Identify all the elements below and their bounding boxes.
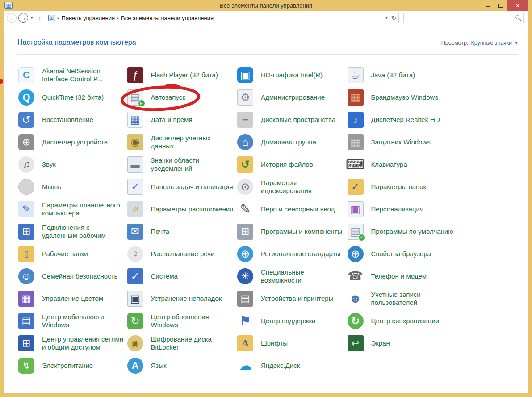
- item-intel-hd-graphics[interactable]: ▣HD-графика Intel(R): [236, 64, 346, 86]
- item-akamai-netsession[interactable]: CAkamai NetSession Interface Control P..…: [17, 64, 126, 86]
- item-system[interactable]: ✓Система: [126, 265, 236, 287]
- item-folder-options[interactable]: ✓Параметры папок: [347, 176, 519, 198]
- view-selector[interactable]: Просмотр: Крупные значки ▼: [441, 40, 518, 46]
- homegroup-label: Домашняя группа: [261, 138, 316, 146]
- flash-player-icon: f: [126, 66, 144, 84]
- java-label: Java (32 бита): [371, 71, 415, 79]
- item-realtek-hd-manager[interactable]: ♪Диспетчер Realtek HD: [347, 109, 519, 131]
- maximize-button[interactable]: [494, 0, 507, 11]
- item-sound[interactable]: ♫Звук: [17, 153, 126, 176]
- breadcrumb-item-control-panel[interactable]: Панель управления: [62, 15, 115, 21]
- item-devices-printers[interactable]: ▤Устройства и принтеры: [236, 287, 346, 310]
- item-flash-player[interactable]: fFlash Player (32 бита): [126, 64, 236, 86]
- item-default-programs[interactable]: ▤✓Программы по умолчанию: [347, 220, 519, 243]
- navigation-bar: ← → ▾ ↑ ⊞ ▸ Панель управления ▸ Все элем…: [4, 11, 528, 25]
- search-icon: [515, 15, 519, 19]
- item-mouse[interactable]: Мышь: [17, 176, 126, 198]
- refresh-icon[interactable]: ↻: [391, 14, 397, 21]
- recent-pages-dropdown[interactable]: ▾: [30, 16, 34, 20]
- item-display[interactable]: ↩Экран: [347, 332, 519, 355]
- search-input[interactable]: [404, 13, 523, 23]
- item-user-accounts[interactable]: ☻Учетные записи пользователей: [347, 287, 519, 310]
- breadcrumb[interactable]: ⊞ ▸ Панель управления ▸ Все элементы пан…: [46, 13, 399, 23]
- item-location-settings[interactable]: ⇗Параметры расположения: [126, 198, 236, 220]
- flash-player-label: Flash Player (32 бита): [151, 71, 218, 79]
- item-mobility-center[interactable]: ▤Центр мобильности Windows: [17, 310, 126, 332]
- action-center-label: Центр поддержки: [261, 317, 315, 325]
- item-quicktime[interactable]: QQuickTime (32 бита): [17, 86, 126, 109]
- item-windows-defender[interactable]: ▦Защитник Windows: [347, 131, 519, 153]
- item-phone-modem[interactable]: ☎Телефон и модем: [347, 265, 519, 287]
- item-programs-features[interactable]: ⊞Программы и компоненты: [236, 220, 346, 243]
- item-indexing-options[interactable]: ⊙Параметры индексирования: [236, 176, 346, 198]
- item-regional-standards[interactable]: ⊕Региональные стандарты: [236, 243, 346, 265]
- item-sync-center[interactable]: ↻Центр синхронизации: [347, 310, 519, 332]
- item-network-sharing-center[interactable]: ⊞Центр управления сетями и общим доступо…: [17, 332, 126, 355]
- item-windows-update[interactable]: ↻Центр обновления Windows: [126, 310, 236, 332]
- folder-options-icon: ✓: [347, 178, 364, 196]
- up-button[interactable]: ↑: [36, 14, 44, 21]
- item-credential-manager[interactable]: ◉Диспетчер учетных данных: [126, 131, 236, 153]
- phone-modem-icon: ☎: [347, 267, 364, 285]
- item-storage-spaces[interactable]: ≡Дисковые пространства: [236, 109, 346, 131]
- personalization-label: Персонализация: [371, 205, 424, 213]
- item-mail[interactable]: ✉Почта: [126, 220, 236, 243]
- view-value[interactable]: Крупные значки: [471, 40, 512, 46]
- item-java[interactable]: ☕Java (32 бита): [347, 64, 519, 86]
- autoplay-label: Автозапуск: [151, 93, 185, 101]
- item-homegroup[interactable]: ⌂Домашняя группа: [236, 131, 346, 153]
- item-troubleshooting[interactable]: ▣Устранение неполадок: [126, 287, 236, 310]
- item-power-options[interactable]: ↯Электропитание: [17, 355, 126, 377]
- remote-connections-label: Подключения к удаленным рабочим: [42, 224, 125, 240]
- item-device-manager[interactable]: ⊕Диспетчер устройств: [17, 131, 126, 153]
- item-internet-options[interactable]: ⊕Свойства браузера: [347, 243, 519, 265]
- item-tablet-pc-settings[interactable]: ✎Параметры планшетного компьютера: [17, 198, 126, 220]
- work-folders-label: Рабочие папки: [42, 250, 88, 258]
- search-box[interactable]: [403, 13, 524, 23]
- item-taskbar-navigation[interactable]: ✓Панель задач и навигация: [126, 176, 236, 198]
- item-fonts[interactable]: AШрифты: [236, 332, 346, 355]
- breadcrumb-item-all-items[interactable]: Все элементы панели управления: [121, 15, 214, 21]
- date-time-label: Дата и время: [151, 116, 193, 124]
- close-button[interactable]: ×: [507, 0, 528, 11]
- language-label: Язык: [151, 362, 167, 370]
- item-notification-area-icons[interactable]: ▬Значки области уведомлений: [126, 153, 236, 176]
- item-action-center[interactable]: ⚑Центр поддержки: [236, 310, 346, 332]
- item-color-management[interactable]: ▦Управление цветом: [17, 287, 126, 310]
- devices-printers-icon: ▤: [236, 290, 254, 308]
- item-remote-connections[interactable]: ⊞Подключения к удаленным рабочим: [17, 220, 126, 243]
- intel-hd-graphics-label: HD-графика Intel(R): [261, 71, 323, 79]
- breadcrumb-separator-icon: ▸: [117, 16, 119, 20]
- regional-standards-label: Региональные стандарты: [261, 250, 340, 258]
- item-work-folders[interactable]: ▯Рабочие папки: [17, 243, 126, 265]
- bitlocker-label: Шифрование диска BitLocker: [151, 335, 234, 351]
- notification-area-icons-label: Значки области уведомлений: [151, 156, 234, 173]
- item-bitlocker[interactable]: ◉Шифрование диска BitLocker: [126, 332, 236, 355]
- header-divider: [17, 54, 518, 55]
- item-autoplay[interactable]: ▤►Автозапуск: [126, 86, 236, 109]
- item-windows-firewall[interactable]: ▦Брандмауэр Windows: [347, 86, 519, 109]
- item-speech-recognition[interactable]: ♀Распознавание речи: [126, 243, 236, 265]
- item-date-time[interactable]: ▦Дата и время: [126, 109, 236, 131]
- item-pen-touch[interactable]: ✎Перо и сенсорный ввод: [236, 198, 346, 220]
- item-yandex-disk[interactable]: ☁Яндекс.Диск: [236, 355, 346, 377]
- item-recovery[interactable]: ↺Восстановление: [17, 109, 126, 131]
- troubleshooting-label: Устранение неполадок: [151, 295, 222, 303]
- item-family-safety[interactable]: ☺Семейная безопасность: [17, 265, 126, 287]
- folder-options-label: Параметры папок: [371, 183, 427, 191]
- recovery-label: Восстановление: [42, 116, 93, 124]
- item-ease-of-access[interactable]: ✳Специальные возможности: [236, 265, 346, 287]
- forward-button[interactable]: →: [18, 13, 28, 23]
- default-programs-badge-icon: ✓: [358, 234, 365, 241]
- windows-firewall-label: Брандмауэр Windows: [371, 93, 438, 101]
- item-administrative-tools[interactable]: ⚙Администрирование: [236, 86, 346, 109]
- back-button[interactable]: ←: [7, 13, 17, 23]
- address-dropdown-icon[interactable]: ▾: [385, 16, 388, 20]
- item-file-history[interactable]: ↺История файлов: [236, 153, 346, 176]
- minimize-button[interactable]: [481, 0, 494, 11]
- credential-manager-label: Диспетчер учетных данных: [151, 134, 234, 150]
- item-language[interactable]: AЯзык: [126, 355, 236, 377]
- item-personalization[interactable]: ▣Персонализация: [347, 198, 519, 220]
- item-keyboard[interactable]: ⌨Клавиатура: [347, 153, 519, 176]
- power-options-icon: ↯: [17, 357, 35, 375]
